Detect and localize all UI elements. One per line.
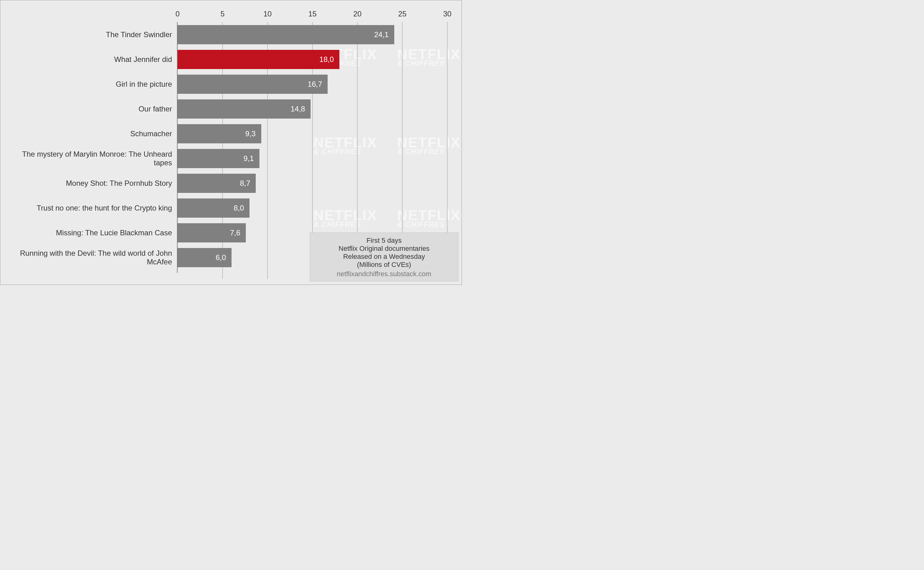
bar: 9,3 bbox=[178, 124, 261, 143]
chart-inner: NETFLIX & CHIFFRES NETFLIX & CHIFFRES NE… bbox=[3, 3, 458, 282]
category-label: Running with the Devil: The wild world o… bbox=[4, 248, 178, 267]
bar: 7,6 bbox=[178, 223, 246, 242]
caption-box: First 5 days Netflix Original documentar… bbox=[310, 233, 458, 282]
category-label: The mystery of Marylin Monroe: The Unhea… bbox=[4, 149, 178, 168]
source-line: netflixandchiffres.substack.com bbox=[315, 270, 453, 278]
bar: 14,8 bbox=[178, 100, 311, 119]
category-label: What Jennifer did bbox=[4, 50, 178, 69]
x-tick-label: 10 bbox=[263, 9, 272, 18]
bar-row: Schumacher9,3 bbox=[178, 124, 447, 143]
category-label: Money Shot: The Pornhub Story bbox=[4, 174, 178, 193]
x-tick-label: 20 bbox=[354, 9, 362, 18]
bar: 6,0 bbox=[178, 248, 232, 267]
category-label: Girl in the picture bbox=[4, 75, 178, 94]
bar-row: Girl in the picture16,7 bbox=[178, 75, 447, 94]
bar: 16,7 bbox=[178, 75, 327, 94]
bar-row: Our father14,8 bbox=[178, 100, 447, 119]
bar-row: Money Shot: The Pornhub Story8,7 bbox=[178, 174, 447, 193]
x-tick-label: 0 bbox=[175, 9, 180, 18]
caption-line: First 5 days bbox=[315, 236, 453, 245]
bar: 8,0 bbox=[178, 198, 249, 218]
category-label: Our father bbox=[4, 100, 178, 119]
category-label: Missing: The Lucie Blackman Case bbox=[4, 223, 178, 242]
x-tick-label: 5 bbox=[220, 9, 224, 18]
bar: 9,1 bbox=[178, 149, 260, 168]
caption-line: (Millions of CVEs) bbox=[315, 261, 453, 269]
bar-row: Trust no one: the hunt for the Crypto ki… bbox=[178, 198, 447, 218]
bar-row: The Tinder Swindler24,1 bbox=[178, 25, 447, 44]
category-label: Schumacher bbox=[4, 124, 178, 143]
bar-highlight: 18,0 bbox=[178, 50, 340, 69]
bar-row: What Jennifer did18,0 bbox=[178, 50, 447, 69]
x-tick-label: 30 bbox=[443, 9, 452, 18]
caption-line: Netflix Original documentaries bbox=[315, 245, 453, 253]
bar: 24,1 bbox=[178, 25, 394, 44]
x-tick-label: 25 bbox=[398, 9, 407, 18]
bar: 8,7 bbox=[178, 174, 256, 193]
category-label: Trust no one: the hunt for the Crypto ki… bbox=[4, 198, 178, 218]
x-tick-label: 15 bbox=[308, 9, 317, 18]
bar-row: The mystery of Marylin Monroe: The Unhea… bbox=[178, 149, 447, 168]
category-label: The Tinder Swindler bbox=[4, 25, 178, 44]
caption-line: Released on a Wednesday bbox=[315, 253, 453, 261]
chart-frame: NETFLIX & CHIFFRES NETFLIX & CHIFFRES NE… bbox=[0, 0, 462, 285]
